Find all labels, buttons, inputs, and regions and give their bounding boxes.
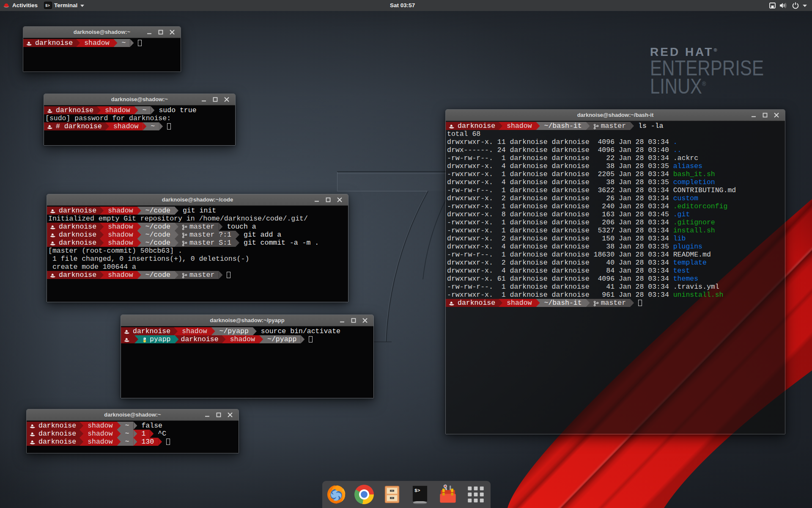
svg-text:$>: $> <box>414 488 420 493</box>
svg-text:$>: $> <box>45 4 50 8</box>
